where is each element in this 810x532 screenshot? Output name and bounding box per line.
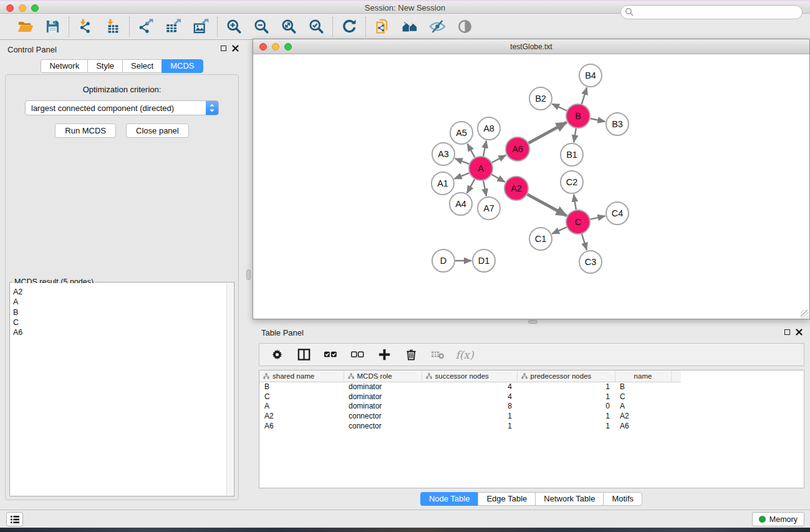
graph-edge-B-B4[interactable] [582,87,587,104]
graph-edge-C-C4[interactable] [591,216,605,219]
export-network-button[interactable] [137,18,155,36]
result-list-item[interactable]: A2 [13,287,226,297]
result-list-item[interactable]: A [13,297,226,307]
graph-edge-A-A6[interactable] [492,155,506,163]
table-cell[interactable]: dominator [344,392,422,402]
task-history-button[interactable] [6,512,23,526]
tab-mcds[interactable]: MCDS [162,59,203,73]
birdseye-button[interactable] [456,18,473,36]
graph-edge-A-A2[interactable] [491,175,504,182]
graph-node-A2[interactable]: A2 [504,177,528,200]
table-row[interactable]: Bdominator41B [259,382,681,392]
network-canvas[interactable]: A A1 A2 A3 A4 A5 A6 A7 A8 B B1 B2 B3 [253,54,809,319]
column-layout-button[interactable] [296,347,311,362]
table-cell[interactable]: A [259,401,344,411]
table-cell[interactable]: A2 [259,411,344,421]
table-cell[interactable]: A [615,401,671,411]
network-window-titlebar[interactable]: testGlobe.txt [253,39,809,54]
graph-node-B[interactable]: B [566,104,590,128]
search-input[interactable] [620,5,803,19]
close-panel-button[interactable]: Close panel [126,123,189,138]
import-network-button[interactable] [77,18,94,36]
float-panel-icon[interactable] [221,46,226,51]
graph-edge-C-C2[interactable] [574,195,576,210]
graph-edge-C-C3[interactable] [582,234,587,250]
graph-node-A7[interactable]: A7 [478,197,500,220]
graph-node-D1[interactable]: D1 [473,249,495,272]
close-panel-icon[interactable] [232,45,239,52]
graph-node-A3[interactable]: A3 [432,143,455,165]
graph-node-C[interactable]: C [566,210,590,234]
result-list-item[interactable]: B [13,307,226,317]
graph-edge-A2-C[interactable] [528,195,567,216]
graph-edge-A-A7[interactable] [483,181,486,196]
table-cell[interactable]: C [615,392,671,402]
graph-node-A6[interactable]: A6 [506,137,529,161]
graph-node-B4[interactable]: B4 [579,64,602,87]
graph-edge-A-A1[interactable] [455,173,470,178]
memory-button[interactable]: Memory [752,512,804,526]
column-header-successor-nodes[interactable]: successor nodes [422,370,517,382]
window-resize-grip[interactable] [801,310,809,318]
tab-style[interactable]: Style [87,59,122,73]
run-mcds-button[interactable]: Run MCDS [55,123,116,138]
settings-gear-button[interactable] [269,347,284,362]
table-row[interactable]: Cdominator41C [259,392,681,402]
table-row[interactable]: A2connector11A2 [259,411,681,421]
graph-edge-B-B3[interactable] [591,118,605,122]
graph-node-C1[interactable]: C1 [529,228,552,250]
graph-node-A[interactable]: A [469,157,493,180]
graph-edge-A-A4[interactable] [467,179,475,193]
graph-node-A5[interactable]: A5 [450,122,473,144]
zoom-selected-button[interactable] [307,18,325,36]
open-file-button[interactable] [16,18,34,36]
graph-node-B1[interactable]: B1 [561,143,583,166]
result-list-item[interactable]: A6 [13,327,226,337]
table-cell[interactable]: 4 [422,392,517,402]
delete-table-button[interactable] [430,347,445,362]
home-button[interactable] [401,18,418,36]
save-session-button[interactable] [44,18,61,36]
result-scrollbar[interactable] [226,283,233,495]
table-cell[interactable]: C [259,392,344,402]
table-cell[interactable]: 1 [422,411,517,421]
graph-node-B2[interactable]: B2 [529,87,552,110]
zoom-out-button[interactable] [253,18,270,36]
graph-edge-A6-B[interactable] [529,122,567,143]
graph-edge-A-A5[interactable] [468,144,475,158]
graph-edge-B-B2[interactable] [552,104,567,111]
table-cell[interactable]: A2 [615,411,671,421]
table-cell[interactable]: 1 [517,382,615,392]
column-header-MCDS-role[interactable]: MCDS role [344,370,422,382]
table-cell[interactable]: 1 [517,421,615,431]
zoom-fit-button[interactable] [280,18,297,36]
tab-network[interactable]: Network [41,59,87,73]
tab-network-table[interactable]: Network Table [535,492,603,506]
table-cell[interactable]: dominator [344,382,422,392]
table-cell[interactable]: 1 [517,411,615,421]
table-row[interactable]: A6connector11A6 [259,421,681,431]
table-cell[interactable]: 8 [422,401,517,411]
network-graph[interactable]: A A1 A2 A3 A4 A5 A6 A7 A8 B B1 B2 B3 [253,54,809,319]
table-cell[interactable]: B [259,382,344,392]
criterion-select[interactable]: largest connected component (directed) [25,100,219,115]
table-cell[interactable]: connector [344,411,422,421]
tab-select[interactable]: Select [122,59,162,73]
deselect-all-button[interactable] [350,347,365,362]
export-table-button[interactable] [165,18,182,36]
graph-node-D[interactable]: D [432,249,455,272]
graph-node-A8[interactable]: A8 [478,117,500,140]
table-row[interactable]: Adominator80A [259,401,681,411]
table-cell[interactable]: 4 [422,382,517,392]
float-table-panel-icon[interactable] [784,329,790,335]
graph-edge-C-C1[interactable] [552,227,567,234]
table-cell[interactable]: dominator [344,401,422,411]
table-cell[interactable]: 1 [422,421,517,431]
column-header-shared-name[interactable]: shared name [259,370,344,382]
table-cell[interactable]: B [615,382,671,392]
tab-edge-table[interactable]: Edge Table [478,492,535,506]
graph-node-B3[interactable]: B3 [606,113,629,135]
table-cell[interactable]: 1 [517,392,615,402]
table-cell[interactable]: A6 [259,421,344,431]
hide-panels-button[interactable] [428,18,446,36]
